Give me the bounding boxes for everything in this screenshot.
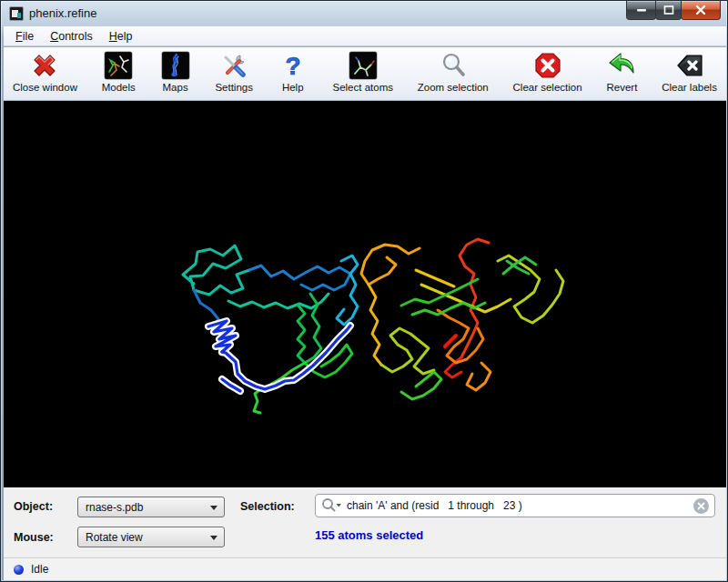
settings-icon bbox=[218, 50, 249, 81]
chevron-down-icon bbox=[210, 506, 217, 510]
menu-controls[interactable]: Controls bbox=[42, 27, 101, 45]
selection-searchbox bbox=[315, 494, 715, 517]
toolbar-label: Select atoms bbox=[333, 82, 393, 93]
object-label: Object: bbox=[14, 500, 53, 513]
close-window-icon bbox=[29, 50, 60, 81]
object-dropdown[interactable]: rnase-s.pdb bbox=[77, 497, 225, 517]
status-text: Idle bbox=[31, 563, 48, 576]
models-icon bbox=[103, 50, 134, 81]
app-icon bbox=[9, 6, 24, 21]
maximize-button[interactable] bbox=[655, 1, 682, 20]
close-button[interactable] bbox=[681, 1, 721, 20]
toolbar-clear-labels[interactable]: Clear labels bbox=[662, 50, 717, 93]
toolbar-clear-selection[interactable]: Clear selection bbox=[513, 50, 582, 93]
mouse-label: Mouse: bbox=[14, 531, 54, 544]
app-window: phenix.refine File Controls Help bbox=[0, 0, 728, 582]
minimize-icon bbox=[636, 8, 647, 12]
toolbar-label: Settings bbox=[215, 82, 253, 93]
window-controls bbox=[627, 1, 721, 20]
maximize-icon bbox=[663, 5, 674, 15]
molecule-svg bbox=[4, 101, 726, 487]
toolbar-select-atoms[interactable]: Select atoms bbox=[333, 50, 393, 93]
close-icon bbox=[695, 5, 706, 15]
toolbar-label: Clear selection bbox=[513, 82, 582, 93]
clear-labels-icon bbox=[674, 50, 705, 81]
toolbar-models[interactable]: Models bbox=[102, 50, 136, 93]
select-atoms-icon bbox=[348, 50, 379, 81]
toolbar-label: Close window bbox=[13, 82, 77, 93]
toolbar-label: Clear labels bbox=[662, 82, 717, 93]
mouse-dropdown[interactable]: Rotate view bbox=[77, 527, 225, 547]
toolbar-zoom-selection[interactable]: Zoom selection bbox=[418, 50, 489, 93]
clear-search-icon bbox=[697, 502, 705, 510]
maps-icon bbox=[160, 50, 191, 81]
molecule-viewport[interactable] bbox=[4, 101, 726, 487]
atoms-selected-text: 155 atoms selected bbox=[315, 528, 423, 542]
toolbar-label: Help bbox=[282, 82, 304, 93]
clear-selection-icon bbox=[532, 50, 563, 81]
mouse-dropdown-value: Rotate view bbox=[86, 531, 143, 544]
minimize-button[interactable] bbox=[626, 1, 656, 20]
toolbar-maps[interactable]: Maps bbox=[160, 50, 191, 93]
menu-file[interactable]: File bbox=[7, 27, 42, 45]
search-icon bbox=[321, 497, 343, 514]
menu-help[interactable]: Help bbox=[101, 27, 141, 45]
toolbar-revert[interactable]: Revert bbox=[606, 50, 637, 93]
status-dot-icon bbox=[14, 565, 24, 575]
revert-icon bbox=[606, 50, 637, 81]
svg-text:?: ? bbox=[285, 52, 300, 80]
zoom-selection-icon bbox=[438, 50, 469, 81]
toolbar-label: Maps bbox=[163, 82, 188, 93]
toolbar-settings[interactable]: Settings bbox=[215, 50, 253, 93]
clear-search-button[interactable] bbox=[693, 498, 709, 514]
object-dropdown-value: rnase-s.pdb bbox=[86, 501, 143, 514]
menubar: File Controls Help bbox=[4, 26, 726, 46]
control-panel: Object: rnase-s.pdb Selection: Mouse: Ro… bbox=[4, 487, 726, 557]
titlebar[interactable]: phenix.refine bbox=[1, 1, 727, 26]
toolbar-label: Revert bbox=[606, 82, 637, 93]
selection-label: Selection: bbox=[240, 500, 295, 513]
toolbar-close-window[interactable]: Close window bbox=[13, 50, 77, 93]
window-title: phenix.refine bbox=[29, 6, 96, 20]
help-icon: ? bbox=[278, 50, 308, 81]
chevron-down-icon bbox=[210, 536, 217, 540]
toolbar: Close window Models bbox=[4, 47, 726, 100]
toolbar-label: Models bbox=[102, 82, 136, 93]
toolbar-help[interactable]: ? Help bbox=[278, 50, 308, 93]
statusbar: Idle bbox=[4, 557, 726, 580]
toolbar-label: Zoom selection bbox=[418, 82, 489, 93]
selection-input[interactable] bbox=[343, 499, 693, 512]
